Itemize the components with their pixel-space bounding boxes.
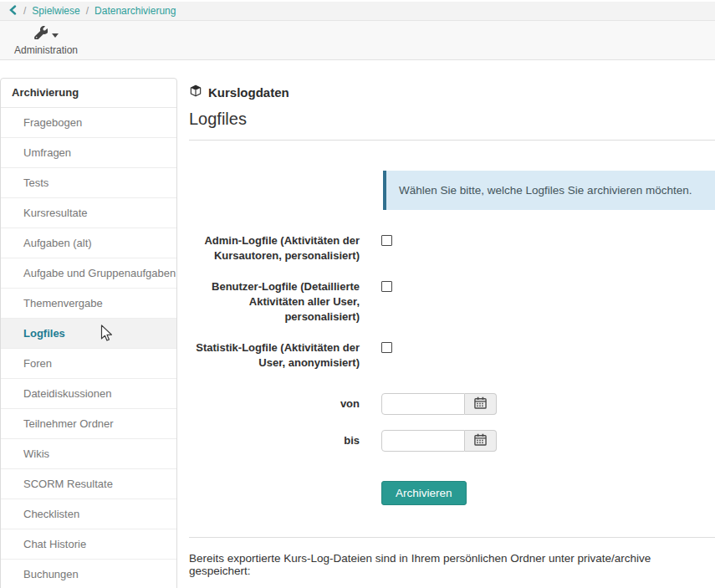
- bis-calendar-button[interactable]: [465, 430, 497, 452]
- sidebar-item-buchungen[interactable]: Buchungen: [1, 560, 176, 588]
- von-calendar-button[interactable]: [465, 393, 497, 415]
- sidebar-item-checklisten[interactable]: Checklisten: [1, 499, 176, 529]
- page-title: Logfiles: [189, 110, 715, 129]
- statistik-logfile-label: Statistik-Logfile (Aktivitäten der User,…: [189, 340, 360, 371]
- form-row-benutzer-logfile: Benutzer-Logfile (Detaillierte Aktivität…: [189, 279, 715, 325]
- logfile-form: Admin-Logfile (Aktivitäten der Kursautor…: [189, 233, 715, 505]
- sidebar-item-aufgabe-und-gruppenaufgaben[interactable]: Aufgabe und Gruppenaufgaben: [1, 258, 176, 289]
- calendar-icon: [474, 396, 487, 412]
- breadcrumb-separator: /: [23, 5, 26, 17]
- info-message-text: Wählen Sie bitte, welche Logfiles Sie ar…: [399, 184, 692, 197]
- breadcrumb-item-datenarchivierung[interactable]: Datenarchivierung: [94, 5, 176, 17]
- administration-label: Administration: [14, 44, 78, 56]
- back-button[interactable]: [8, 5, 18, 18]
- form-row-bis: bis: [189, 430, 715, 452]
- calendar-icon: [474, 433, 487, 448]
- sidebar-header: Archivierung: [1, 79, 176, 108]
- administration-menu[interactable]: Administration: [11, 27, 81, 56]
- form-row-admin-logfile: Admin-Logfile (Aktivitäten der Kursautor…: [189, 233, 715, 263]
- breadcrumb: / Spielwiese / Datenarchivierung: [0, 2, 715, 21]
- section-title-label: Kurslogdaten: [208, 85, 289, 100]
- chevron-left-icon: [8, 5, 18, 18]
- admin-toolbar: Administration: [0, 21, 715, 60]
- bis-label: bis: [189, 430, 360, 452]
- archiving-sidebar: Archivierung Fragebogen Umfragen Tests K…: [0, 78, 177, 588]
- sidebar-item-tests[interactable]: Tests: [1, 168, 176, 198]
- admin-logfile-label: Admin-Logfile (Aktivitäten der Kursautor…: [189, 233, 360, 263]
- form-row-von: von: [189, 393, 715, 415]
- divider: [189, 537, 715, 538]
- benutzer-logfile-label: Benutzer-Logfile (Detaillierte Aktivität…: [189, 279, 360, 325]
- wrench-icon: [34, 26, 48, 43]
- admin-logfile-checkbox[interactable]: [381, 235, 392, 246]
- benutzer-logfile-checkbox[interactable]: [381, 281, 392, 292]
- von-label: von: [189, 393, 360, 415]
- sidebar-item-dateidiskussionen[interactable]: Dateidiskussionen: [1, 379, 176, 409]
- cube-icon: [189, 84, 202, 100]
- form-row-statistik-logfile: Statistik-Logfile (Aktivitäten der User,…: [189, 340, 715, 371]
- chevron-down-icon: [52, 33, 59, 38]
- info-message-box: Wählen Sie bitte, welche Logfiles Sie ar…: [383, 171, 715, 210]
- sidebar-item-fragebogen[interactable]: Fragebogen: [1, 108, 176, 138]
- bis-date-input[interactable]: [381, 430, 465, 452]
- section-title: Kurslogdaten: [189, 84, 715, 100]
- divider: [189, 140, 715, 141]
- sidebar-item-wikis[interactable]: Wikis: [1, 439, 176, 469]
- archivieren-button[interactable]: Archivieren: [381, 481, 467, 505]
- von-date-input[interactable]: [381, 393, 465, 415]
- sidebar-item-logfiles[interactable]: Logfiles: [1, 319, 176, 349]
- breadcrumb-separator: /: [86, 5, 89, 17]
- sidebar-item-foren[interactable]: Foren: [1, 349, 176, 379]
- sidebar-item-themenvergabe[interactable]: Themenvergabe: [1, 289, 176, 319]
- sidebar-item-teilnehmer-ordner[interactable]: Teilnehmer Ordner: [1, 409, 176, 439]
- sidebar-item-aufgaben-alt[interactable]: Aufgaben (alt): [1, 228, 176, 258]
- sidebar-item-chat-historie[interactable]: Chat Historie: [1, 529, 176, 560]
- sidebar-item-scorm-resultate[interactable]: SCORM Resultate: [1, 469, 176, 499]
- sidebar-item-kursresultate[interactable]: Kursresultate: [1, 198, 176, 228]
- footer-text: Bereits exportierte Kurs-Log-Dateien sin…: [189, 552, 715, 577]
- breadcrumb-item-spielwiese[interactable]: Spielwiese: [32, 5, 79, 17]
- sidebar-item-umfragen[interactable]: Umfragen: [1, 138, 176, 168]
- main-panel: Kurslogdaten Logfiles Wählen Sie bitte, …: [189, 84, 715, 588]
- statistik-logfile-checkbox[interactable]: [381, 342, 392, 353]
